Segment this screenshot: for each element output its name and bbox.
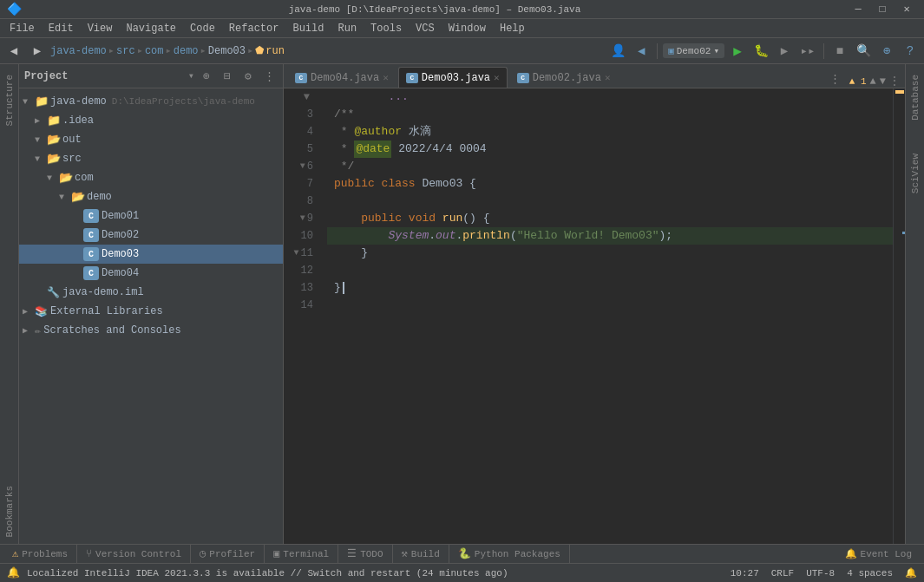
menu-file[interactable]: File [3,21,41,36]
tree-item-demo01[interactable]: C Demo01 [19,206,283,226]
toolbar-search-everywhere[interactable]: 👤 [607,41,628,62]
profiler-tab[interactable]: ◷ Profiler [191,545,265,564]
editor-content[interactable]: ▼ 3 4 5 ▼ 6 7 8 ▼ 9 10 ▼ 11 [284,88,905,544]
bc-run[interactable]: run [265,45,285,57]
code-line-6: */ [327,158,905,175]
menu-code[interactable]: Code [184,21,221,36]
terminal-tab[interactable]: ▣ Terminal [265,545,338,564]
run-with-coverage[interactable]: ▶ [774,41,795,62]
run-button[interactable]: ▶ [727,41,748,62]
menu-build[interactable]: Build [286,21,330,36]
tree-item-com[interactable]: ▼ 📂 com [19,168,283,187]
bc-project[interactable]: java-demo [50,45,107,57]
indent-settings[interactable]: 4 spaces [847,568,893,579]
event-log-tab[interactable]: 🔔 Event Log [836,545,921,564]
encoding[interactable]: UTF-8 [806,568,835,579]
toolbar-search[interactable]: 🔍 [853,41,874,62]
run-config-selector[interactable]: ▣ Demo02 ▾ [663,43,724,58]
menu-refactor[interactable]: Refactor [223,21,285,36]
breadcrumb-bar: java-demo ▸ src ▸ com ▸ demo ▸ Demo03 ▸ … [50,44,605,57]
java-class-icon: C [83,228,99,242]
menu-edit[interactable]: Edit [43,21,80,36]
code-area[interactable]: ... /** * @author 水滴 * @date 2022/4/4 00… [327,88,905,544]
tree-item-out[interactable]: ▼ 📂 out [19,130,283,149]
tree-item-iml[interactable]: 🔧 java-demo.iml [19,283,283,302]
menu-bar: File Edit View Navigate Code Refactor Bu… [0,19,924,38]
line-num-7: 7 [284,175,320,193]
line-ending[interactable]: CRLF [771,568,794,579]
bc-com[interactable]: com [145,45,164,57]
tab-close-button[interactable]: ✕ [605,72,611,83]
bc-demo[interactable]: demo [174,45,199,57]
menu-view[interactable]: View [82,21,119,36]
menu-navigate[interactable]: Navigate [120,21,182,36]
collapse-icon[interactable]: ▼ [880,75,886,88]
bookmarks-tab[interactable]: Bookmarks [2,479,17,544]
tab-demo04[interactable]: C Demo04.java ✕ [287,67,396,88]
tree-item-ext-libs[interactable]: ▶ 📚 External Libraries [19,302,283,321]
tree-item-java-demo[interactable]: ▼ 📁 java-demo D:\IdeaProjects\java-demo [19,92,283,111]
tab-close-button[interactable]: ✕ [494,72,500,83]
build-label: Build [411,549,440,559]
java-class-icon: C [83,266,99,280]
debug-button[interactable]: 🐛 [750,41,771,62]
structure-tab[interactable]: Structure [2,68,17,133]
collapse-all-button[interactable]: ⊟ [219,68,236,85]
menu-run[interactable]: Run [331,21,363,36]
stop-button[interactable]: ■ [829,41,850,62]
todo-tab[interactable]: ☰ TODO [338,545,392,564]
sidebar-dropdown-arrow[interactable]: ▾ [188,69,194,82]
tab-more-button[interactable]: ⋮ [827,70,844,88]
sidebar-gear-button[interactable]: ⋮ [260,68,278,85]
database-tab[interactable]: Database [908,68,923,128]
build-tab[interactable]: ⚒ Build [393,545,449,564]
menu-window[interactable]: Window [442,21,492,36]
tab-demo03[interactable]: C Demo03.java ✕ [398,67,508,88]
tab-label: Demo03.java [422,72,490,84]
toolbar-settings[interactable]: ⊕ [876,41,897,62]
more-run-configs[interactable]: ▸▸ [797,41,818,62]
profiler-icon: ◷ [200,547,206,560]
tree-label: java-demo.iml [62,286,144,298]
menu-tools[interactable]: Tools [364,21,408,36]
bc-src[interactable]: src [116,45,135,57]
code-line-folded: ... [327,88,905,106]
tab-icon: C [295,73,307,83]
menu-help[interactable]: Help [494,21,531,36]
tree-item-src[interactable]: ▼ 📂 src [19,149,283,168]
expand-icon[interactable]: ▲ [870,75,876,88]
close-button[interactable]: ✕ [896,0,917,20]
minimize-button[interactable]: ─ [848,0,868,20]
profiler-label: Profiler [209,549,255,559]
problems-tab[interactable]: ⚠ Problems [3,545,77,564]
locate-file-button[interactable]: ⊕ [198,68,215,85]
maximize-button[interactable]: □ [872,0,893,20]
main-area: Structure Bookmarks Project ▾ ⊕ ⊟ ⚙ ⋮ ▼ … [0,64,924,544]
tree-item-demo04[interactable]: C Demo04 [19,264,283,283]
toolbar-help[interactable]: ? [900,41,921,62]
folder-icon: 📁 [35,95,50,108]
sidebar-options-button[interactable]: ⚙ [239,68,257,85]
more-options-icon[interactable]: ⋮ [889,75,900,88]
tree-item-demo[interactable]: ▼ 📂 demo [19,187,283,206]
terminal-label: Terminal [283,549,329,559]
toolbar-forward[interactable]: ▶ [27,41,48,62]
sciview-tab[interactable]: SciView [908,147,923,200]
tree-item-idea[interactable]: ▶ 📁 .idea [19,111,283,130]
python-packages-tab[interactable]: 🐍 Python Packages [449,545,570,564]
tab-close-button[interactable]: ✕ [383,72,389,83]
tree-item-demo03[interactable]: C Demo03 [19,245,283,264]
java-class-icon: C [83,247,99,261]
tree-item-scratches[interactable]: ▶ ✏️ Scratches and Consoles [19,321,283,340]
toolbar-nav-back[interactable]: ◀ [631,41,652,62]
version-control-tab[interactable]: ⑂ Version Control [77,545,191,564]
tree-label: Demo03 [102,248,139,260]
line-num-11: ▼ 11 [284,245,320,262]
toolbar-back[interactable]: ◀ [3,41,24,62]
menu-vcs[interactable]: VCS [410,21,441,36]
tree-item-demo02[interactable]: C Demo02 [19,226,283,245]
folder-open-icon: 📂 [47,152,62,166]
status-right: 10:27 CRLF UTF-8 4 spaces 🔔 [731,567,917,579]
tab-demo02[interactable]: C Demo02.java ✕ [509,67,619,88]
bc-demo03[interactable]: Demo03 [208,45,246,57]
